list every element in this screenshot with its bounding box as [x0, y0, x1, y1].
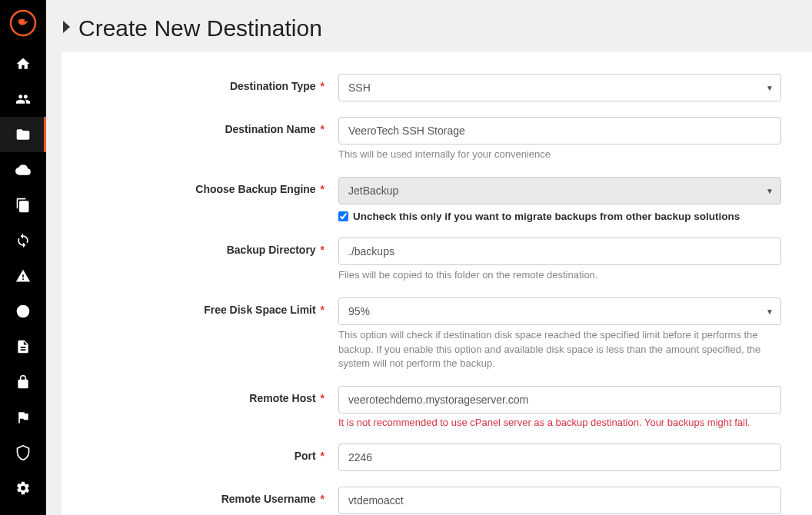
svg-point-1	[25, 20, 27, 22]
shield-icon	[15, 445, 31, 460]
label-port: Port *	[92, 444, 338, 471]
checkbox-migrate-backups[interactable]: Uncheck this only if you want to migrate…	[338, 211, 781, 222]
nav-flag[interactable]	[0, 400, 46, 435]
nav-clock[interactable]	[0, 294, 46, 329]
nav-home[interactable]	[0, 46, 46, 81]
folder-icon	[15, 127, 31, 142]
label-disk-limit: Free Disk Space Limit *	[92, 297, 338, 370]
input-remote-host[interactable]	[338, 386, 781, 414]
nav-doc[interactable]	[0, 329, 46, 364]
nav-sync[interactable]	[0, 223, 46, 258]
label-remote-host: Remote Host *	[92, 386, 338, 428]
select-backup-engine[interactable]: JetBackup	[338, 177, 781, 204]
warn-remote-host: It is not recommended to use cPanel serv…	[338, 417, 781, 428]
page-header: Create New Destination	[46, 0, 812, 52]
label-backup-engine: Choose Backup Engine *	[92, 177, 338, 222]
nav-folder[interactable]	[0, 117, 46, 152]
label-remote-username: Remote Username *	[92, 487, 338, 514]
lock-icon	[15, 374, 31, 390]
nav-lock[interactable]	[0, 364, 46, 400]
form-panel: Destination Type * SSH ▼ Destination Nam…	[62, 52, 812, 515]
alert-icon	[15, 268, 31, 284]
help-disk-limit: This option will check if destination di…	[338, 328, 781, 370]
nav-settings[interactable]	[0, 470, 46, 506]
users-icon	[15, 91, 31, 107]
cloud-icon	[15, 162, 31, 178]
breadcrumb-caret-icon	[62, 19, 72, 38]
label-destination-name: Destination Name *	[92, 117, 338, 161]
label-backup-directory: Backup Directory *	[92, 238, 338, 282]
document-icon	[15, 339, 31, 354]
checkbox-migrate-input[interactable]	[338, 211, 348, 221]
input-backup-directory[interactable]	[338, 238, 781, 265]
main: Create New Destination Destination Type …	[46, 0, 812, 515]
nav-cloud[interactable]	[0, 152, 46, 188]
nav-copy[interactable]	[0, 188, 46, 223]
input-port[interactable]	[338, 444, 781, 471]
input-remote-username[interactable]	[338, 487, 781, 514]
nav-alert[interactable]	[0, 258, 46, 294]
input-destination-name[interactable]	[338, 117, 781, 145]
select-disk-limit[interactable]: 95%	[338, 297, 781, 325]
help-backup-directory: Files will be copied to this folder on t…	[338, 268, 781, 282]
copy-icon	[15, 198, 31, 213]
sync-icon	[15, 233, 31, 248]
home-icon	[15, 56, 31, 71]
logo	[0, 0, 46, 46]
label-destination-type: Destination Type *	[92, 74, 338, 101]
clock-icon	[15, 304, 31, 319]
sidebar	[0, 0, 46, 515]
gear-icon	[15, 480, 31, 496]
nav-users[interactable]	[0, 81, 46, 117]
page-title: Create New Destination	[78, 15, 322, 42]
flag-icon	[15, 410, 31, 425]
select-destination-type[interactable]: SSH	[338, 74, 781, 101]
help-destination-name: This will be used internally for your co…	[338, 148, 781, 161]
nav-shield[interactable]	[0, 435, 46, 470]
